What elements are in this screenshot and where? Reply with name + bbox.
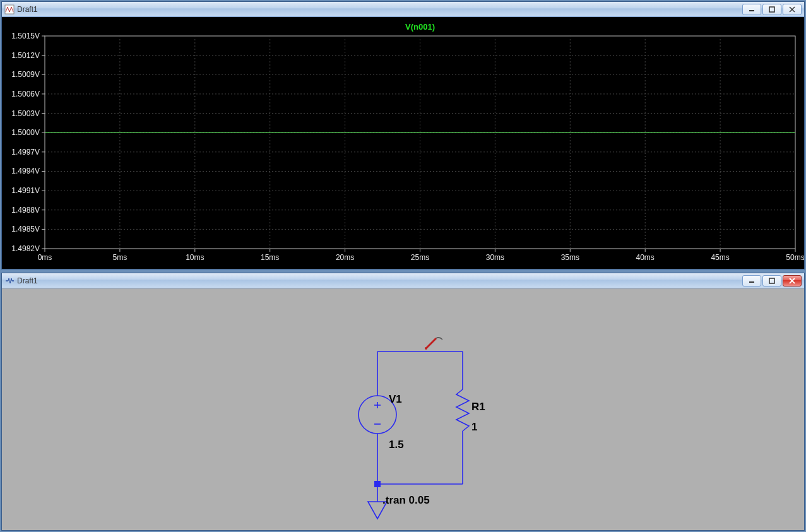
close-button[interactable] (783, 4, 802, 15)
spice-directive[interactable]: .tran 0.05 (382, 494, 430, 507)
y-tick-label: 1.4988V (11, 206, 40, 215)
schematic-titlebar[interactable]: Draft1 (2, 273, 804, 288)
y-tick-label: 1.5009V (11, 70, 40, 79)
maximize-button[interactable] (762, 4, 781, 15)
x-tick-label: 30ms (486, 253, 504, 262)
y-tick-label: 1.5003V (11, 109, 40, 118)
y-tick-label: 1.4985V (11, 225, 40, 233)
probe-cursor-icon (425, 338, 442, 350)
waveform-plot-area[interactable]: 0ms5ms10ms15ms20ms25ms30ms35ms40ms45ms50… (2, 17, 804, 269)
minimize-button[interactable] (742, 275, 761, 287)
x-tick-label: 40ms (636, 253, 655, 262)
y-tick-label: 1.4982V (11, 244, 40, 253)
x-tick-label: 35ms (561, 253, 579, 262)
waveform-app-icon (4, 4, 15, 15)
schematic-title: Draft1 (17, 276, 742, 285)
x-tick-label: 45ms (711, 253, 729, 262)
waveform-titlebar[interactable]: Draft1 (2, 2, 804, 17)
voltage-source-name[interactable]: V1 (389, 393, 402, 406)
schematic-app-icon (4, 276, 15, 286)
resistor-name[interactable]: R1 (471, 401, 485, 413)
svg-rect-51 (769, 278, 774, 283)
y-tick-label: 1.4997V (11, 148, 40, 157)
svg-point-67 (425, 347, 427, 350)
close-button[interactable] (783, 275, 802, 287)
svg-rect-2 (769, 7, 774, 12)
x-tick-label: 0ms (38, 253, 52, 262)
waveform-title: Draft1 (17, 5, 742, 14)
waveform-window: Draft1 0ms5ms10ms15ms20ms25ms30ms35ms40m… (1, 1, 805, 269)
svg-line-66 (426, 338, 436, 348)
x-tick-label: 15ms (261, 253, 279, 262)
minimize-button[interactable] (742, 4, 761, 15)
x-tick-label: 25ms (411, 253, 429, 262)
y-tick-label: 1.5015V (11, 32, 40, 40)
x-tick-label: 10ms (186, 253, 204, 262)
maximize-button[interactable] (762, 275, 781, 287)
y-tick-label: 1.4994V (11, 167, 40, 175)
voltage-source-value[interactable]: 1.5 (389, 439, 404, 451)
x-tick-label: 50ms (786, 253, 804, 262)
y-tick-label: 1.5000V (11, 128, 40, 137)
schematic-window: Draft1 (1, 273, 805, 531)
schematic-canvas[interactable]: V1 1.5 R1 1 .tran 0.05 (2, 288, 804, 530)
y-tick-label: 1.4991V (11, 186, 40, 195)
x-tick-label: 20ms (336, 253, 354, 262)
trace-label[interactable]: V(n001) (405, 22, 435, 32)
y-tick-label: 1.5006V (11, 90, 40, 98)
node-junction[interactable] (374, 481, 381, 487)
resistor-value[interactable]: 1 (471, 421, 477, 434)
x-tick-label: 5ms (113, 253, 127, 262)
y-tick-label: 1.5012V (11, 51, 40, 60)
